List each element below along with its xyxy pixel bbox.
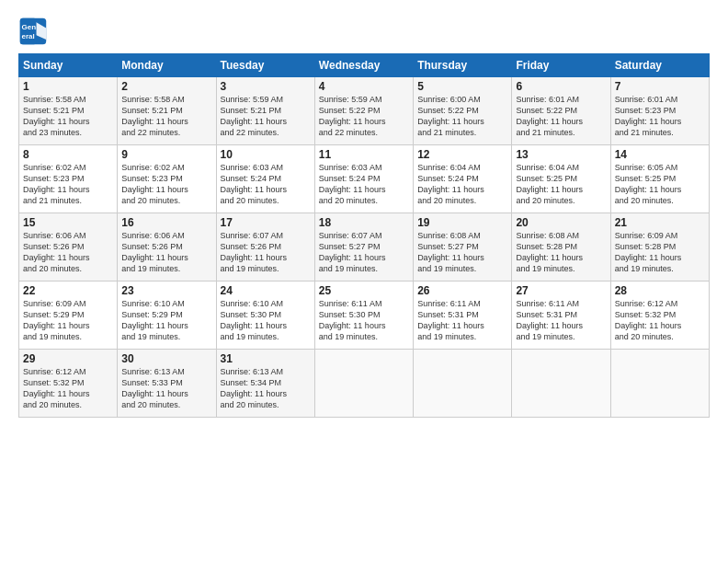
day-number: 3 — [221, 80, 311, 93]
calendar-cell: 22Sunrise: 6:09 AM Sunset: 5:29 PM Dayli… — [19, 282, 118, 350]
calendar-cell: 5Sunrise: 6:00 AM Sunset: 5:22 PM Daylig… — [414, 77, 512, 145]
calendar-cell: 31Sunrise: 6:13 AM Sunset: 5:34 PM Dayli… — [216, 350, 314, 418]
day-number: 15 — [23, 216, 113, 229]
day-number: 1 — [23, 80, 113, 93]
svg-text:Gen: Gen — [22, 23, 37, 31]
day-number: 16 — [121, 216, 211, 229]
calendar-table: SundayMondayTuesdayWednesdayThursdayFrid… — [18, 53, 710, 418]
day-number: 21 — [615, 216, 705, 229]
day-info: Sunrise: 6:06 AM Sunset: 5:26 PM Dayligh… — [121, 231, 188, 273]
calendar-cell: 2Sunrise: 5:58 AM Sunset: 5:21 PM Daylig… — [118, 77, 216, 145]
day-info: Sunrise: 6:08 AM Sunset: 5:28 PM Dayligh… — [516, 231, 583, 273]
day-info: Sunrise: 6:04 AM Sunset: 5:25 PM Dayligh… — [516, 163, 583, 205]
calendar-cell: 28Sunrise: 6:12 AM Sunset: 5:32 PM Dayli… — [610, 282, 709, 350]
calendar-cell — [314, 350, 413, 418]
day-number: 29 — [23, 352, 113, 365]
day-number: 23 — [121, 284, 211, 297]
day-number: 8 — [23, 148, 113, 161]
day-info: Sunrise: 6:10 AM Sunset: 5:29 PM Dayligh… — [121, 299, 188, 341]
day-number: 25 — [319, 284, 409, 297]
day-info: Sunrise: 6:07 AM Sunset: 5:27 PM Dayligh… — [319, 231, 386, 273]
calendar-cell: 23Sunrise: 6:10 AM Sunset: 5:29 PM Dayli… — [118, 282, 216, 350]
col-header-monday: Monday — [118, 54, 216, 77]
day-number: 6 — [516, 80, 606, 93]
calendar-cell: 21Sunrise: 6:09 AM Sunset: 5:28 PM Dayli… — [610, 213, 709, 282]
day-number: 12 — [417, 148, 507, 161]
day-number: 10 — [221, 148, 311, 161]
calendar-cell: 30Sunrise: 6:13 AM Sunset: 5:33 PM Dayli… — [118, 350, 216, 418]
day-number: 4 — [319, 80, 409, 93]
day-info: Sunrise: 5:58 AM Sunset: 5:21 PM Dayligh… — [23, 95, 90, 137]
calendar-cell: 15Sunrise: 6:06 AM Sunset: 5:26 PM Dayli… — [19, 213, 118, 282]
day-info: Sunrise: 6:09 AM Sunset: 5:29 PM Dayligh… — [23, 299, 90, 341]
logo: Gen eral — [18, 17, 51, 46]
calendar-cell: 8Sunrise: 6:02 AM Sunset: 5:23 PM Daylig… — [19, 145, 118, 213]
day-info: Sunrise: 6:02 AM Sunset: 5:23 PM Dayligh… — [23, 163, 90, 205]
calendar-cell: 19Sunrise: 6:08 AM Sunset: 5:27 PM Dayli… — [414, 213, 512, 282]
day-number: 22 — [23, 284, 113, 297]
calendar-cell: 3Sunrise: 5:59 AM Sunset: 5:21 PM Daylig… — [216, 77, 314, 145]
day-number: 20 — [516, 216, 606, 229]
calendar-cell: 25Sunrise: 6:11 AM Sunset: 5:30 PM Dayli… — [314, 282, 413, 350]
day-number: 17 — [221, 216, 311, 229]
day-info: Sunrise: 6:06 AM Sunset: 5:26 PM Dayligh… — [23, 231, 90, 273]
day-info: Sunrise: 6:03 AM Sunset: 5:24 PM Dayligh… — [319, 163, 386, 205]
calendar-cell: 29Sunrise: 6:12 AM Sunset: 5:32 PM Dayli… — [19, 350, 118, 418]
calendar-cell: 10Sunrise: 6:03 AM Sunset: 5:24 PM Dayli… — [216, 145, 314, 213]
day-info: Sunrise: 5:58 AM Sunset: 5:21 PM Dayligh… — [121, 95, 188, 137]
day-info: Sunrise: 6:12 AM Sunset: 5:32 PM Dayligh… — [615, 299, 682, 341]
day-info: Sunrise: 6:13 AM Sunset: 5:33 PM Dayligh… — [121, 367, 188, 409]
day-number: 26 — [417, 284, 507, 297]
day-number: 9 — [121, 148, 211, 161]
day-info: Sunrise: 6:08 AM Sunset: 5:27 PM Dayligh… — [417, 231, 484, 273]
header-row: SundayMondayTuesdayWednesdayThursdayFrid… — [19, 54, 710, 77]
day-info: Sunrise: 5:59 AM Sunset: 5:21 PM Dayligh… — [221, 95, 288, 137]
day-info: Sunrise: 6:01 AM Sunset: 5:23 PM Dayligh… — [615, 95, 682, 137]
day-number: 24 — [221, 284, 311, 297]
calendar-cell: 11Sunrise: 6:03 AM Sunset: 5:24 PM Dayli… — [314, 145, 413, 213]
week-row-2: 8Sunrise: 6:02 AM Sunset: 5:23 PM Daylig… — [19, 145, 710, 213]
calendar-cell: 1Sunrise: 5:58 AM Sunset: 5:21 PM Daylig… — [19, 77, 118, 145]
day-info: Sunrise: 6:01 AM Sunset: 5:22 PM Dayligh… — [516, 95, 583, 137]
calendar-cell: 4Sunrise: 5:59 AM Sunset: 5:22 PM Daylig… — [314, 77, 413, 145]
col-header-sunday: Sunday — [19, 54, 118, 77]
calendar-cell: 6Sunrise: 6:01 AM Sunset: 5:22 PM Daylig… — [512, 77, 610, 145]
day-number: 31 — [221, 352, 311, 365]
day-number: 19 — [417, 216, 507, 229]
calendar-cell: 12Sunrise: 6:04 AM Sunset: 5:24 PM Dayli… — [414, 145, 512, 213]
day-info: Sunrise: 6:11 AM Sunset: 5:31 PM Dayligh… — [417, 299, 484, 341]
week-row-3: 15Sunrise: 6:06 AM Sunset: 5:26 PM Dayli… — [19, 213, 710, 282]
day-info: Sunrise: 5:59 AM Sunset: 5:22 PM Dayligh… — [319, 95, 386, 137]
calendar-cell: 27Sunrise: 6:11 AM Sunset: 5:31 PM Dayli… — [512, 282, 610, 350]
logo-icon: Gen eral — [18, 17, 48, 46]
calendar-cell: 9Sunrise: 6:02 AM Sunset: 5:23 PM Daylig… — [118, 145, 216, 213]
calendar-cell: 24Sunrise: 6:10 AM Sunset: 5:30 PM Dayli… — [216, 282, 314, 350]
col-header-saturday: Saturday — [610, 54, 709, 77]
day-info: Sunrise: 6:07 AM Sunset: 5:26 PM Dayligh… — [221, 231, 288, 273]
calendar-cell: 7Sunrise: 6:01 AM Sunset: 5:23 PM Daylig… — [610, 77, 709, 145]
day-number: 13 — [516, 148, 606, 161]
svg-text:eral: eral — [22, 32, 35, 40]
col-header-tuesday: Tuesday — [216, 54, 314, 77]
day-number: 11 — [319, 148, 409, 161]
day-info: Sunrise: 6:10 AM Sunset: 5:30 PM Dayligh… — [221, 299, 288, 341]
day-info: Sunrise: 6:05 AM Sunset: 5:25 PM Dayligh… — [615, 163, 682, 205]
day-number: 18 — [319, 216, 409, 229]
day-number: 2 — [121, 80, 211, 93]
day-info: Sunrise: 6:04 AM Sunset: 5:24 PM Dayligh… — [417, 163, 484, 205]
calendar-cell: 20Sunrise: 6:08 AM Sunset: 5:28 PM Dayli… — [512, 213, 610, 282]
week-row-5: 29Sunrise: 6:12 AM Sunset: 5:32 PM Dayli… — [19, 350, 710, 418]
day-number: 5 — [417, 80, 507, 93]
calendar-cell — [610, 350, 709, 418]
day-info: Sunrise: 6:00 AM Sunset: 5:22 PM Dayligh… — [417, 95, 484, 137]
day-info: Sunrise: 6:09 AM Sunset: 5:28 PM Dayligh… — [615, 231, 682, 273]
day-info: Sunrise: 6:03 AM Sunset: 5:24 PM Dayligh… — [221, 163, 288, 205]
calendar-cell: 16Sunrise: 6:06 AM Sunset: 5:26 PM Dayli… — [118, 213, 216, 282]
day-info: Sunrise: 6:02 AM Sunset: 5:23 PM Dayligh… — [121, 163, 188, 205]
day-number: 7 — [615, 80, 705, 93]
week-row-4: 22Sunrise: 6:09 AM Sunset: 5:29 PM Dayli… — [19, 282, 710, 350]
col-header-friday: Friday — [512, 54, 610, 77]
day-info: Sunrise: 6:11 AM Sunset: 5:31 PM Dayligh… — [516, 299, 583, 341]
day-number: 30 — [121, 352, 211, 365]
day-number: 28 — [615, 284, 705, 297]
